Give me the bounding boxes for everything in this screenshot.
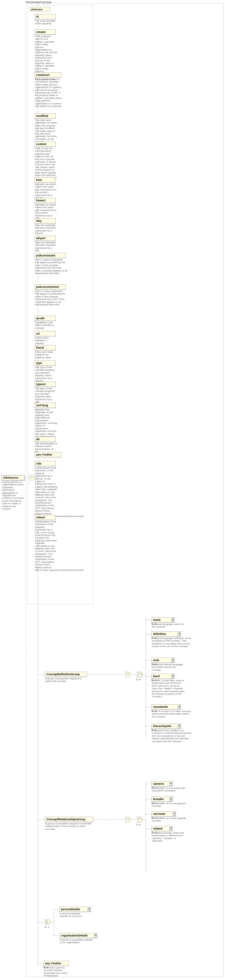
cardinality: 0..∞ (152, 831, 156, 834)
attr-desc: One or many constraints that apply to pu… (35, 290, 67, 306)
attr-label: typeuri (35, 382, 55, 387)
attr-desc: A free-text value assigned as property v… (35, 351, 57, 359)
svg-rect-10 (139, 674, 140, 674)
svg-marker-8 (137, 672, 143, 677)
sequence-icon (137, 671, 143, 678)
node-csame: sameAs+An identifier of a concept with e… (152, 781, 171, 787)
svg-rect-11 (140, 674, 141, 674)
bracket (90, 907, 93, 912)
cardinality: 0..∞ (152, 816, 156, 819)
desc: A party (person or organisation) which o… (2, 480, 24, 510)
bracket (174, 674, 176, 679)
connector (51, 922, 54, 923)
node-cnarrow: narrower+An identifier of a more specifi… (152, 811, 174, 817)
svg-marker-20 (45, 920, 51, 924)
attr-label: xml:lang (35, 403, 55, 408)
label: broader (153, 797, 164, 801)
attr-desc: Indicates by which means the value was e… (35, 183, 57, 199)
attr-desc: The date (and, optionally, the time) whe… (35, 119, 57, 143)
attr-label: custom (35, 142, 55, 146)
attr-roleuri: roleuriA refinement of the semantics of … (35, 515, 55, 520)
label: hierarchyInfo (153, 724, 171, 728)
attr-typeuri: typeuriThe type of the concept assigned … (35, 382, 55, 387)
attr-label: whyuri (35, 236, 55, 241)
attr-label: any ##other (35, 452, 61, 457)
attr-anyother1: any ##other (35, 452, 61, 458)
label: related (153, 827, 163, 830)
attr-xmllang: xml:langSpecifies the language of this p… (35, 403, 55, 408)
attr-desc: If set to true the corresponding propert… (35, 147, 57, 182)
diagram-canvas: infoSource A party (person or organisati… (0, 0, 225, 980)
attr-label: uri (35, 331, 55, 336)
attributes-label: attributes (31, 8, 43, 11)
attr-desc: The directionality of textual content (e… (35, 442, 57, 453)
attr-howuri: howuriIndicates by which means the value… (35, 198, 55, 203)
node-cremote: remoteInfo+A link to an item or a web re… (152, 704, 180, 710)
label: infoSource (2, 476, 24, 480)
attr-custom: customIf set to true the corresponding p… (35, 142, 55, 147)
connector (146, 829, 152, 829)
bracket (180, 704, 183, 710)
connector (146, 814, 152, 814)
attr-desc: Specifies the language of this property … (35, 408, 57, 441)
attr-label: literal (35, 345, 55, 350)
attributes-box: attributes (30, 7, 50, 11)
attr-desc: A URI which identifies a concept. (35, 336, 57, 345)
desc: A related concept, where the relationshi… (152, 832, 187, 843)
cardinality: 0..∞ (152, 663, 156, 666)
svg-marker-12 (125, 817, 131, 822)
svg-rect-18 (139, 819, 140, 819)
desc: An identifier of a more generic concept. (152, 802, 187, 808)
attr-pubconstrainturi: pubconstrainturiOne or many constraints … (35, 284, 66, 290)
attr-desc: A refinement of the semantics of the pro… (35, 466, 57, 518)
connector (54, 909, 59, 910)
attr-modified: modifiedThe date (and, optionally, the t… (35, 113, 55, 119)
attr-label: how (35, 178, 55, 183)
desc: An identifier of a concept with equivale… (152, 787, 187, 792)
cardinality: 0..1 (45, 926, 49, 929)
label: remoteInfo (153, 705, 168, 708)
node-crelated: related+A related concept, where the rel… (152, 826, 171, 832)
attr-desc: A qualified code which identifies a conc… (35, 321, 57, 329)
spine (146, 617, 146, 739)
bracket (180, 724, 183, 729)
node-chier: hierarchyInfo+Represents the position of… (152, 724, 180, 729)
attr-desc: If the property value is not defined, sp… (35, 78, 63, 108)
bracket (96, 933, 99, 938)
cardinality: 0..∞ (136, 823, 141, 826)
spine (54, 909, 54, 935)
svg-rect-6 (128, 674, 128, 674)
attr-label: why (35, 219, 55, 223)
sequence-icon (137, 816, 143, 823)
desc: A link to an item or a web resource whic… (152, 710, 192, 718)
svg-marker-16 (137, 817, 143, 822)
label: facet (153, 675, 160, 678)
svg-marker-4 (125, 672, 131, 677)
node-any-other: any ##other Extension point for provider… (43, 961, 69, 966)
attr-desc: The type of the concept assigned as cont… (35, 366, 57, 382)
node-ConceptDefinitionGroup: ConceptDefinitionGroup A group of proper… (45, 672, 87, 677)
cardinality: 0..∞ (152, 710, 156, 712)
desc: Represents the position of a concept in … (152, 729, 192, 743)
connector (146, 784, 152, 784)
attr-label: pubconstrainturi (35, 285, 65, 290)
cardinality: 0..∞ (152, 802, 156, 805)
attr-role: roleA refinement of the semantics of the… (35, 461, 55, 466)
attr-label: modified (35, 114, 55, 118)
label: personDetails (61, 908, 80, 911)
node-personDetails: personDetails+ A set of properties speci… (59, 907, 89, 912)
label: ConceptRelationshipsGroup (45, 817, 93, 822)
node-cnote: note+Additional natural language informa… (152, 658, 173, 663)
sequence-icon (125, 671, 131, 678)
attr-desc: The local identifier of the property. (35, 19, 57, 25)
attr-label: roleuri (35, 515, 55, 520)
desc: An identifier of a more specific concept… (152, 817, 190, 822)
connector (93, 819, 125, 820)
cardinality: 0..∞ (152, 729, 156, 732)
label: name (153, 618, 161, 621)
attr-desc: One or many constraints that apply to pu… (35, 258, 67, 275)
connector (143, 819, 146, 820)
connector (143, 675, 146, 675)
desc: A set of properties specific to a person (60, 912, 89, 918)
connector (131, 675, 137, 675)
